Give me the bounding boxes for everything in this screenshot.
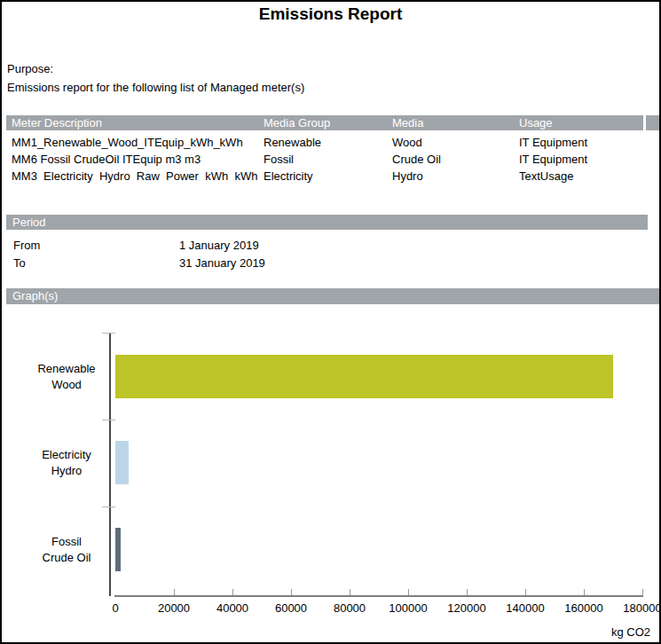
- table-cell: Electricity: [264, 168, 388, 185]
- table-cell: MM3 Electricity Hydro Raw Power kWh kWh: [12, 168, 258, 185]
- table-cell: Hydro: [392, 168, 515, 185]
- chart-x-axis: [114, 595, 643, 597]
- category-boundary-tick: [102, 420, 115, 420]
- category-label-line: Crude Oil: [27, 550, 106, 566]
- table-cell: IT Equipment: [519, 134, 652, 151]
- page-title: Emissions Report: [2, 4, 659, 24]
- period-section-bar: Period: [6, 215, 648, 230]
- from-label: From: [13, 239, 40, 252]
- x-axis-unit-label: kg CO2: [562, 625, 650, 639]
- from-value: 1 January 2019: [179, 239, 259, 252]
- column-header-media-group: Media Group: [264, 115, 388, 130]
- category-label-line: Fossil: [27, 534, 106, 550]
- bar-renewable-wood: [115, 355, 613, 398]
- purpose-text: Emissions report for the following list …: [7, 81, 304, 94]
- table-row: MM3 Electricity Hydro Raw Power kWh kWhE…: [2, 168, 661, 185]
- bar-fossil-crude-oil: [115, 528, 121, 571]
- bar-electricity-hydro: [115, 441, 129, 484]
- table-header-row: Meter Description Media Group Media Usag…: [2, 115, 661, 130]
- table-cell: Renewable: [264, 134, 388, 151]
- table-row: MM1_Renewable_Wood_ITEquip_kWh_kWhRenewa…: [2, 134, 661, 151]
- category-label-line: Hydro: [27, 463, 106, 479]
- table-cell: MM1_Renewable_Wood_ITEquip_kWh_kWh: [12, 134, 258, 151]
- category-boundary-tick: [102, 333, 115, 334]
- x-axis-tick: [467, 589, 468, 595]
- table-cell: Crude Oil: [392, 151, 515, 168]
- x-axis-tick: [350, 589, 350, 595]
- category-label-line: Wood: [27, 377, 106, 393]
- category-label: RenewableWood: [27, 361, 106, 393]
- x-axis-tick: [584, 589, 585, 595]
- table-cell: TextUsage: [519, 168, 652, 185]
- x-axis-tick: [291, 589, 292, 595]
- category-boundary-tick: [102, 507, 115, 507]
- meter-rows: MM1_Renewable_Wood_ITEquip_kWh_kWhRenewa…: [2, 134, 661, 185]
- chart-y-axis: [109, 333, 111, 596]
- table-cell: Wood: [392, 134, 515, 151]
- category-label: ElectricityHydro: [27, 447, 106, 479]
- x-axis-tick-label: 180000: [607, 601, 661, 615]
- table-cell: MM6 Fossil CrudeOil ITEquip m3 m3: [12, 151, 258, 168]
- to-value: 31 January 2019: [179, 256, 265, 270]
- column-header-meter-description: Meter Description: [12, 115, 258, 130]
- x-axis-tick: [232, 589, 233, 595]
- x-axis-tick: [408, 589, 409, 595]
- category-label: FossilCrude Oil: [27, 534, 106, 566]
- category-label-line: Renewable: [27, 361, 106, 377]
- table-cell: IT Equipment: [519, 151, 652, 168]
- table-cell: Fossil: [264, 151, 388, 168]
- x-axis-tick: [642, 589, 643, 595]
- to-label: To: [13, 256, 26, 270]
- purpose-label: Purpose:: [7, 62, 53, 75]
- period-from-row: From 1 January 2019: [2, 239, 661, 256]
- graphs-section-bar: Graph(s): [6, 288, 659, 304]
- report-page: Emissions Report Purpose: Emissions repo…: [0, 0, 661, 644]
- period-to-row: To 31 January 2019: [2, 256, 661, 274]
- category-label-line: Electricity: [27, 447, 106, 463]
- column-header-usage: Usage: [519, 115, 652, 130]
- x-axis-tick: [525, 589, 526, 595]
- table-row: MM6 Fossil CrudeOil ITEquip m3 m3FossilC…: [2, 151, 661, 168]
- column-header-media: Media: [392, 115, 515, 130]
- x-axis-tick: [174, 589, 175, 595]
